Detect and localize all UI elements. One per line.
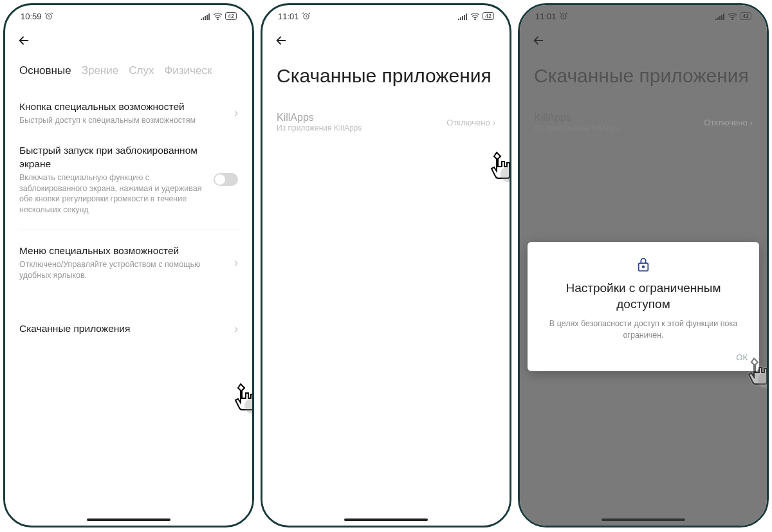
- status-bar: 11:01 42: [520, 5, 767, 27]
- phone-2: 11:01 42 Скачанные приложения KillApps И…: [261, 3, 511, 527]
- nav-bar[interactable]: [5, 514, 252, 526]
- setting-title: Скачанные приложения: [19, 323, 130, 335]
- svg-point-9: [643, 266, 645, 268]
- svg-point-2: [244, 398, 254, 414]
- status-time: 10:59: [21, 12, 42, 21]
- back-row: [520, 27, 767, 55]
- chevron-right-icon: ›: [234, 322, 238, 336]
- app-name: KillApps: [534, 112, 619, 124]
- alarm-icon: [559, 12, 568, 21]
- page-title: Скачанные приложения: [534, 64, 753, 87]
- nav-bar[interactable]: [520, 514, 767, 526]
- back-arrow-icon[interactable]: [17, 33, 31, 51]
- back-arrow-icon[interactable]: [274, 33, 288, 51]
- app-status: Отключено ›: [704, 118, 753, 127]
- screen-content: Скачанные приложения KillApps Из приложе…: [520, 55, 767, 514]
- pointer-cursor-icon: [228, 380, 254, 411]
- setting-accessibility-menu[interactable]: Меню специальных возможностей Отключено/…: [19, 235, 238, 290]
- wifi-icon: [470, 13, 480, 20]
- svg-point-1: [217, 19, 218, 19]
- toggle-off[interactable]: [214, 173, 238, 186]
- setting-title: Быстрый запуск при заблокированном экран…: [19, 144, 208, 171]
- page-title: Скачанные приложения: [277, 64, 495, 87]
- chevron-right-icon: ›: [750, 118, 753, 127]
- divider: [19, 230, 238, 230]
- signal-icon: [458, 13, 468, 20]
- dialog-title: Настройки с ограниченным доступом: [539, 280, 748, 312]
- back-row: [5, 27, 252, 55]
- signal-icon: [715, 13, 725, 20]
- status-time: 11:01: [535, 12, 556, 21]
- setting-sub: Быстрый доступ к специальным возможностя…: [19, 115, 229, 126]
- nav-bar[interactable]: [262, 514, 510, 526]
- chevron-right-icon: ›: [234, 256, 238, 270]
- svg-point-4: [475, 19, 475, 19]
- screen-content: Скачанные приложения KillApps Из приложе…: [262, 55, 510, 514]
- status-bar: 11:01 42: [262, 5, 510, 27]
- setting-title: Меню специальных возможностей: [19, 244, 229, 258]
- app-item-killapps[interactable]: KillApps Из приложения KillApps Отключен…: [277, 105, 495, 139]
- setting-accessibility-button[interactable]: Кнопка специальных возможностей Быстрый …: [19, 91, 238, 135]
- tabs: Основные Зрение Слух Физическ: [19, 64, 238, 77]
- screen-content: Основные Зрение Слух Физическ Кнопка спе…: [5, 55, 252, 514]
- back-row: [262, 27, 510, 55]
- tab-hearing[interactable]: Слух: [129, 64, 154, 77]
- app-sub: Из приложения KillApps: [534, 124, 619, 133]
- setting-title: Кнопка специальных возможностей: [19, 100, 229, 114]
- alarm-icon: [302, 12, 311, 21]
- dialog-body: В целях безопасности доступ к этой функц…: [539, 318, 748, 341]
- tab-vision[interactable]: Зрение: [82, 64, 119, 77]
- tab-main[interactable]: Основные: [19, 64, 71, 77]
- signal-icon: [201, 13, 210, 20]
- setting-sub: Включать специальную функцию с заблокиро…: [19, 172, 208, 216]
- battery-icon: 42: [482, 12, 494, 20]
- setting-sub: Отключено/Управляйте устройством с помощ…: [19, 259, 229, 281]
- app-sub: Из приложения KillApps: [277, 124, 362, 133]
- pointer-cursor-icon: [484, 149, 511, 179]
- app-item-killapps: KillApps Из приложения KillApps Отключен…: [534, 105, 753, 139]
- phone-1: 10:59 42 Основные Зрение Слух Физическ: [3, 3, 254, 527]
- svg-point-7: [732, 19, 733, 19]
- alarm-icon: [44, 12, 53, 21]
- wifi-icon: [213, 13, 223, 20]
- app-status: Отключено ›: [446, 118, 495, 127]
- phone-3: 11:01 42 Скачанные приложения KillApps И…: [518, 3, 769, 527]
- setting-downloaded-apps[interactable]: Скачанные приложения ›: [19, 313, 238, 345]
- lock-icon: [636, 256, 650, 273]
- tab-physical[interactable]: Физическ: [164, 64, 212, 77]
- setting-quick-launch[interactable]: Быстрый запуск при заблокированном экран…: [19, 135, 238, 225]
- back-arrow-icon[interactable]: [531, 33, 546, 51]
- app-name: KillApps: [277, 112, 362, 124]
- restricted-settings-dialog: Настройки с ограниченным доступом В целя…: [528, 242, 759, 371]
- chevron-right-icon: ›: [234, 106, 238, 120]
- status-bar: 10:59 42: [5, 5, 252, 27]
- chevron-right-icon: ›: [493, 118, 495, 127]
- svg-point-10: [758, 372, 769, 388]
- battery-icon: 42: [740, 12, 751, 20]
- dialog-ok-button[interactable]: ОК: [539, 353, 748, 362]
- status-time: 11:01: [278, 12, 299, 21]
- battery-icon: 42: [225, 12, 237, 20]
- svg-point-5: [501, 167, 511, 182]
- wifi-icon: [728, 13, 737, 20]
